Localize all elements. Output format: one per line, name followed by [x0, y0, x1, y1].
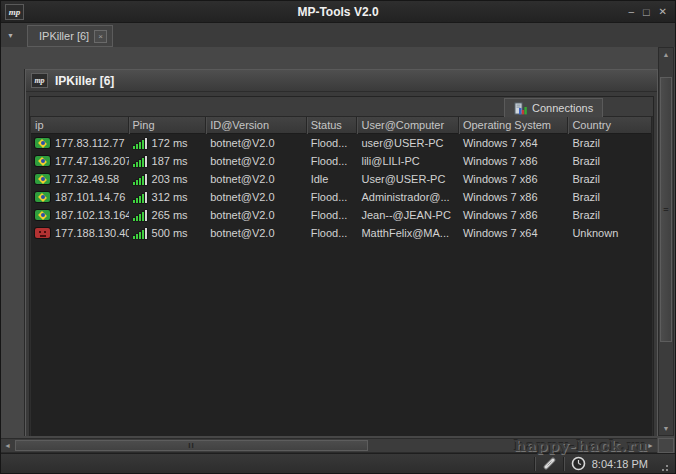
connection-plug-icon: [542, 456, 557, 471]
clock-icon: [571, 456, 586, 471]
cell-operating-system: Windows 7 x86: [459, 188, 568, 206]
column-header-label: Operating System: [463, 119, 551, 131]
app-window: mp MP-Tools V2.0 – □ ✕ ▼ IPKiller [6] × …: [0, 0, 676, 474]
cell-id-version: botnet@V2.0: [206, 152, 307, 170]
connections-label: Connections: [532, 102, 593, 114]
vertical-scrollbar[interactable]: ▲ = ▼: [658, 47, 674, 436]
cell-ping: 172 ms: [129, 134, 207, 152]
scroll-down-icon[interactable]: ▼: [659, 425, 673, 432]
connections-tab[interactable]: Connections: [504, 98, 603, 117]
country-flag-icon: [35, 228, 50, 238]
country-flag-icon: [35, 156, 50, 166]
cell-operating-system: Windows 7 x86: [459, 170, 568, 188]
app-logo-icon: mp: [5, 4, 24, 20]
cell-ip: 177.83.112.77: [31, 134, 129, 152]
signal-bars-icon: [133, 192, 148, 203]
column-header[interactable]: Status: [307, 117, 358, 134]
status-bar: 8:04:18 PM: [1, 453, 675, 473]
ipkiller-child-window[interactable]: mp IPKiller [6] Connections: [25, 69, 658, 436]
cell-operating-system: Windows 7 x64: [459, 224, 568, 242]
column-header-label: ID@Version: [210, 119, 269, 131]
ipkiller-logo-icon: mp: [31, 73, 48, 88]
cell-status: Flood...: [307, 152, 358, 170]
cell-ping: 203 ms: [129, 170, 207, 188]
cell-country: Brazil: [568, 170, 652, 188]
ipkiller-titlebar[interactable]: mp IPKiller [6]: [26, 70, 657, 92]
column-header[interactable]: Country: [568, 117, 652, 134]
statusbar-separator: [563, 457, 565, 471]
signal-bars-icon: [133, 138, 148, 149]
column-header[interactable]: ip: [31, 117, 129, 134]
cell-country: Brazil: [568, 152, 652, 170]
column-header[interactable]: Operating System: [459, 117, 568, 134]
maximize-button[interactable]: □: [643, 7, 650, 17]
cell-user-computer: Jean--@JEAN-PC: [357, 206, 459, 224]
column-header-label: Status: [311, 119, 342, 131]
cell-user-computer: user@USER-PC: [357, 134, 459, 152]
tab-label: IPKiller [6]: [39, 30, 90, 42]
signal-bars-icon: [133, 210, 148, 221]
horizontal-scrollbar[interactable]: ◄ II ►: [1, 438, 657, 453]
statusbar-separator: [534, 457, 536, 471]
column-header[interactable]: Ping: [129, 117, 207, 134]
tab-list-dropdown-icon[interactable]: ▼: [7, 32, 14, 39]
column-header[interactable]: ID@Version: [206, 117, 307, 134]
cell-id-version: botnet@V2.0: [206, 224, 307, 242]
cell-status: Flood...: [307, 188, 358, 206]
vertical-thumb-grip: =: [663, 205, 668, 215]
close-button[interactable]: ✕: [659, 7, 667, 17]
scroll-right-icon[interactable]: ►: [644, 439, 657, 452]
table-row[interactable]: 177.47.136.207 187 ms botnet@V2.0 Flood.…: [31, 152, 652, 170]
cell-country: Unknown: [568, 224, 652, 242]
table-row[interactable]: 177.188.130.40 500 ms botnet@V2.0 Flood.…: [31, 224, 652, 242]
status-time: 8:04:18 PM: [592, 458, 648, 470]
column-header-label: ip: [35, 119, 44, 131]
column-header-label: Ping: [133, 119, 155, 131]
minimize-button[interactable]: –: [628, 7, 634, 17]
table-row[interactable]: 187.102.13.164 265 ms botnet@V2.0 Flood.…: [31, 206, 652, 224]
cell-status: Flood...: [307, 134, 358, 152]
cell-user-computer: lili@LILI-PC: [357, 152, 459, 170]
cell-ping: 500 ms: [129, 224, 207, 242]
cell-operating-system: Windows 7 x86: [459, 152, 568, 170]
country-flag-icon: [35, 174, 50, 184]
cell-country: Brazil: [568, 188, 652, 206]
tab-close-icon[interactable]: ×: [94, 30, 107, 43]
country-flag-icon: [35, 192, 50, 202]
cell-status: Idle: [307, 170, 358, 188]
cell-country: Brazil: [568, 134, 652, 152]
country-flag-icon: [35, 138, 50, 148]
horizontal-scrollbar-thumb[interactable]: II: [15, 440, 368, 451]
tab-ipkiller[interactable]: IPKiller [6] ×: [27, 25, 113, 47]
table-row[interactable]: 177.83.112.77 172 ms botnet@V2.0 Flood..…: [31, 134, 652, 152]
cell-ip: 187.101.14.76: [31, 188, 129, 206]
table-header: ipPingID@VersionStatusUser@ComputerOpera…: [31, 117, 652, 134]
cell-user-computer: User@USER-PC: [357, 170, 459, 188]
column-header-label: Country: [572, 119, 611, 131]
column-header[interactable]: User@Computer: [357, 117, 459, 134]
table-row[interactable]: 187.101.14.76 312 ms botnet@V2.0 Flood..…: [31, 188, 652, 206]
cell-ip: 177.47.136.207: [31, 152, 129, 170]
cell-id-version: botnet@V2.0: [206, 134, 307, 152]
ipkiller-body: Connections ipPingID@VersionStatusUser@C…: [29, 96, 654, 436]
scrollbar-corner: [658, 438, 674, 453]
cell-user-computer: MatthFelix@MA...: [357, 224, 459, 242]
app-title: MP-Tools V2.0: [1, 5, 675, 19]
cell-id-version: botnet@V2.0: [206, 188, 307, 206]
cell-ping: 312 ms: [129, 188, 207, 206]
scroll-up-icon[interactable]: ▲: [659, 51, 673, 58]
cell-ping: 265 ms: [129, 206, 207, 224]
cell-ip: 177.188.130.40: [31, 224, 129, 242]
cell-id-version: botnet@V2.0: [206, 170, 307, 188]
cell-ip: 177.32.49.58: [31, 170, 129, 188]
scroll-left-icon[interactable]: ◄: [1, 439, 14, 452]
resize-grip[interactable]: [660, 463, 670, 473]
vertical-scrollbar-thumb[interactable]: =: [660, 77, 672, 342]
table-row[interactable]: 177.32.49.58 203 ms botnet@V2.0 Idle Use…: [31, 170, 652, 188]
titlebar[interactable]: mp MP-Tools V2.0 – □ ✕: [1, 1, 675, 23]
table-body: 177.83.112.77 172 ms botnet@V2.0 Flood..…: [31, 134, 652, 242]
cell-status: Flood...: [307, 224, 358, 242]
signal-bars-icon: [133, 228, 148, 239]
country-flag-icon: [35, 210, 50, 220]
cell-user-computer: Administrador@...: [357, 188, 459, 206]
